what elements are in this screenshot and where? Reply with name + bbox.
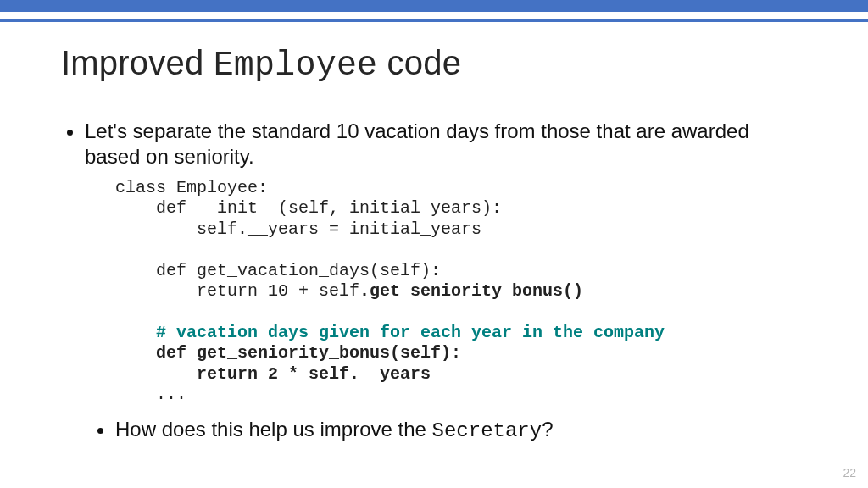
top-bar-thick bbox=[0, 0, 868, 12]
code-l3: self.__years = initial_years bbox=[115, 219, 481, 239]
code-l8: # vacation days given for each year in t… bbox=[115, 323, 665, 342]
bullet-1: Let's separate the standard 10 vacation … bbox=[85, 119, 807, 444]
code-block: class Employee: def __init__(self, initi… bbox=[115, 178, 807, 405]
slide: Improved Employee code Let's separate th… bbox=[0, 0, 868, 488]
bullet-2-mono: Secretary bbox=[432, 419, 542, 442]
code-l10: return 2 * self.__years bbox=[115, 364, 431, 384]
code-l6a: return 10 + self bbox=[115, 281, 359, 301]
slide-title: Improved Employee code bbox=[61, 44, 461, 85]
bullet-2-post: ? bbox=[542, 418, 553, 441]
code-l5: def get_vacation_days(self): bbox=[115, 261, 441, 280]
bullet-2-pre: How does this help us improve the bbox=[115, 418, 432, 441]
code-l6b: .get_seniority_bonus() bbox=[359, 281, 583, 301]
bullet-1-text: Let's separate the standard 10 vacation … bbox=[85, 119, 749, 168]
bullet-list: Let's separate the standard 10 vacation … bbox=[61, 119, 807, 444]
title-mono: Employee bbox=[214, 47, 378, 85]
code-l11: ... bbox=[115, 385, 186, 404]
inner-bullet-list: How does this help us improve the Secret… bbox=[85, 417, 807, 444]
title-post: code bbox=[377, 44, 461, 81]
code-l2: def __init__(self, initial_years): bbox=[115, 198, 502, 218]
top-bar-thin bbox=[0, 19, 868, 22]
title-pre: Improved bbox=[61, 44, 214, 81]
slide-body: Let's separate the standard 10 vacation … bbox=[61, 119, 807, 451]
bullet-2: How does this help us improve the Secret… bbox=[115, 417, 807, 444]
page-number: 22 bbox=[843, 466, 856, 480]
code-l9: def get_seniority_bonus(self): bbox=[115, 343, 461, 363]
code-l1: class Employee: bbox=[115, 178, 268, 197]
